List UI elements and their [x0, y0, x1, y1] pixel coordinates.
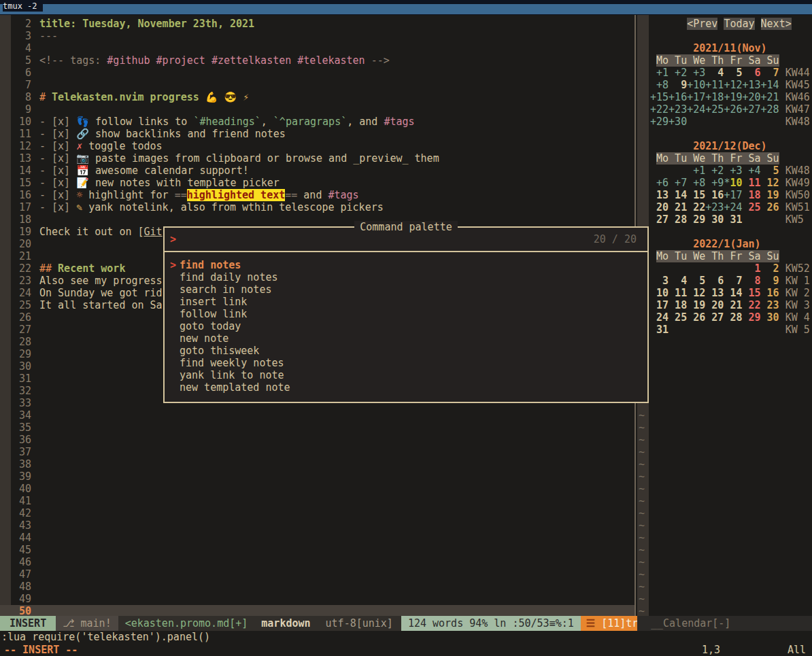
calendar-day[interactable]: 7 [761, 67, 779, 79]
editor-line[interactable]: 17- [x] ✎ yank notelink, also from wthin… [0, 201, 635, 213]
calendar-day[interactable]: 20 [650, 201, 669, 213]
calendar-day[interactable]: 1 [742, 262, 760, 275]
calendar-day[interactable]: 24 [650, 311, 669, 324]
editor-line[interactable]: 38 [0, 458, 635, 470]
calendar-day[interactable]: 27 [705, 311, 724, 324]
calendar-today-button[interactable]: Today [724, 18, 754, 30]
calendar-day[interactable]: 11 [669, 287, 687, 299]
palette-prompt-input[interactable]: > 20 / 20 [165, 228, 647, 252]
calendar-day[interactable]: +17 [724, 189, 742, 201]
calendar-day[interactable]: 23 [761, 299, 779, 311]
editor-line[interactable]: 34 [0, 409, 635, 421]
calendar-day[interactable]: +1 [650, 67, 669, 79]
calendar-day[interactable]: 10 [650, 287, 669, 299]
calendar-day[interactable]: 4 [669, 275, 687, 287]
editor-line[interactable]: 14- [x] 📅 awesome calendar support! [0, 165, 635, 177]
editor-line[interactable]: 43 [0, 519, 635, 532]
calendar-day[interactable]: 15 [742, 287, 760, 299]
calendar-day[interactable]: 5 [761, 165, 779, 177]
calendar-day[interactable]: 5 [687, 275, 705, 287]
command-line[interactable]: :lua require('telekasten').panel() [0, 631, 812, 644]
calendar-day[interactable]: 16 [761, 287, 779, 299]
editor-line[interactable]: 2title: Tuesday, November 23th, 2021 [0, 18, 635, 30]
editor-line[interactable]: 3--- [0, 30, 635, 42]
calendar-day[interactable]: 15 [687, 189, 705, 201]
calendar-day[interactable]: 9 [669, 79, 687, 91]
calendar-day[interactable]: +8 [687, 177, 705, 189]
calendar-day[interactable]: 25 [669, 311, 687, 324]
calendar-day[interactable]: +3 [687, 67, 705, 79]
calendar-day[interactable]: +22 [650, 103, 669, 116]
calendar-day[interactable]: +28 [761, 103, 779, 116]
editor-line[interactable]: 10- [x] 👣 follow links to `#headings`, `… [0, 116, 635, 128]
calendar-day[interactable]: 16 [705, 189, 724, 201]
editor-line[interactable]: 47 [0, 568, 635, 581]
editor-line[interactable]: 46 [0, 556, 635, 568]
calendar-day[interactable]: 30 [761, 311, 779, 324]
editor-line[interactable]: 13- [x] 📷 paste images from clipboard or… [0, 152, 635, 165]
command-palette[interactable]: Command palette > 20 / 20 >find notes fi… [163, 226, 649, 403]
calendar-day[interactable]: 13 [705, 287, 724, 299]
calendar-day[interactable]: 26 [687, 311, 705, 324]
calendar-day[interactable]: +15 [650, 91, 669, 103]
calendar-day[interactable]: 17 [650, 299, 669, 311]
calendar-day[interactable]: +26 [724, 103, 742, 116]
calendar-day[interactable]: 25 [742, 201, 760, 213]
calendar-day[interactable]: +19 [724, 91, 742, 103]
palette-item[interactable]: new note [165, 332, 647, 345]
calendar-day[interactable]: +27 [742, 103, 760, 116]
calendar-day[interactable]: 18 [669, 299, 687, 311]
calendar-day[interactable]: +20 [742, 91, 760, 103]
editor-line[interactable]: 5<!-- tags: #github #project #zettelkast… [0, 54, 635, 67]
calendar-day[interactable]: +2 [705, 165, 724, 177]
calendar-day[interactable]: +23 [669, 103, 687, 116]
palette-item[interactable]: follow link [165, 308, 647, 320]
calendar-day[interactable]: 18 [742, 189, 760, 201]
calendar-day[interactable]: 22 [687, 201, 705, 213]
calendar-day[interactable]: +30 [669, 116, 687, 128]
calendar-day[interactable]: 26 [761, 201, 779, 213]
calendar-day[interactable]: +23 [705, 201, 724, 213]
palette-item[interactable]: yank link to note [165, 369, 647, 381]
palette-item[interactable]: goto today [165, 320, 647, 332]
calendar-day[interactable]: 6 [742, 67, 760, 79]
editor-line[interactable]: 44 [0, 532, 635, 544]
calendar-day[interactable]: 9 [761, 275, 779, 287]
calendar-day[interactable]: 19 [687, 299, 705, 311]
palette-item[interactable]: goto thisweek [165, 345, 647, 357]
calendar-day[interactable]: +6 [650, 177, 669, 189]
calendar-day[interactable]: 27 [650, 213, 669, 226]
palette-item[interactable]: find daily notes [165, 271, 647, 283]
calendar-window[interactable]: <Prev Today Next> 2021/11(Nov) Mo Tu We … [649, 15, 812, 616]
palette-item[interactable]: new templated note [165, 381, 647, 394]
calendar-day[interactable]: +11 [705, 79, 724, 91]
calendar-day[interactable]: 11 [742, 177, 760, 189]
calendar-day[interactable]: 12 [761, 177, 779, 189]
calendar-day[interactable]: 3 [650, 275, 669, 287]
calendar-day[interactable]: +10 [687, 79, 705, 91]
editor-line[interactable]: 40 [0, 483, 635, 495]
calendar-day[interactable]: 31 [650, 324, 669, 336]
calendar-day[interactable]: 28 [669, 213, 687, 226]
calendar-day[interactable]: 13 [650, 189, 669, 201]
calendar-day[interactable]: 4 [705, 67, 724, 79]
calendar-day[interactable]: 28 [724, 311, 742, 324]
calendar-day[interactable]: +2 [669, 67, 687, 79]
calendar-day[interactable]: +29 [650, 116, 669, 128]
editor-line[interactable]: 11- [x] 🔗 show backlinks and friend note… [0, 128, 635, 140]
calendar-day[interactable]: +13 [742, 79, 760, 91]
calendar-day[interactable]: 2 [761, 262, 779, 275]
calendar-next-button[interactable]: Next> [761, 18, 792, 30]
editor-line[interactable]: 6 [0, 67, 635, 79]
editor-line[interactable]: 37 [0, 446, 635, 458]
calendar-day[interactable]: 7 [724, 275, 742, 287]
editor-line[interactable]: 4 [0, 42, 635, 54]
editor-line[interactable]: 49 [0, 593, 635, 605]
editor-line[interactable]: 8# Telekasten.nvim progress 💪 😎 ⚡ [0, 91, 635, 103]
calendar-day[interactable]: 5 [724, 67, 742, 79]
editor-line[interactable]: 9 [0, 103, 635, 116]
calendar-day[interactable]: *10 [724, 177, 742, 189]
calendar-day[interactable]: +16 [669, 91, 687, 103]
calendar-prev-button[interactable]: <Prev [687, 18, 717, 30]
palette-item[interactable]: insert link [165, 296, 647, 308]
